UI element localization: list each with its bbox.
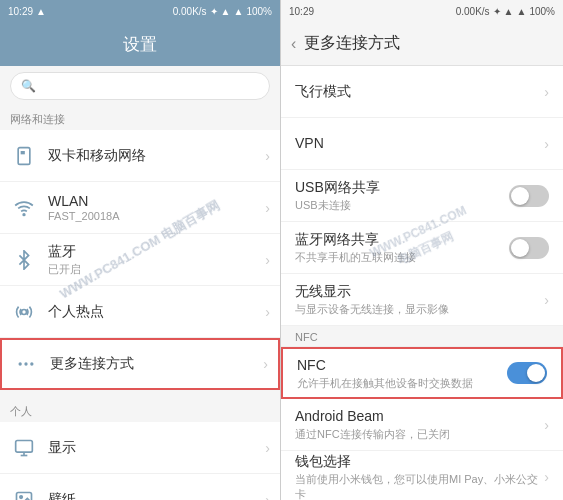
- wlan-subtitle: FAST_20018A: [48, 210, 260, 222]
- display-arrow: ›: [265, 440, 270, 456]
- bluetooth-icon: [10, 246, 38, 274]
- nfc-section-divider: NFC: [281, 326, 563, 347]
- wallet-arrow: ›: [544, 469, 549, 485]
- personal-section-title: 个人: [10, 405, 32, 417]
- wifi-icon: [10, 194, 38, 222]
- left-status-time: 10:29 ▲: [8, 6, 46, 17]
- right-time-display: 10:29: [289, 6, 314, 17]
- setting-dual-sim[interactable]: 双卡和移动网络 ›: [0, 130, 280, 182]
- bt-tethering-knob: [511, 239, 529, 257]
- nfc-content: NFC 允许手机在接触其他设备时交换数据: [297, 356, 507, 390]
- svg-point-5: [24, 362, 27, 365]
- svg-point-3: [22, 309, 27, 314]
- wireless-display-subtitle: 与显示设备无线连接，显示影像: [295, 302, 544, 316]
- time-display: 10:29: [8, 6, 33, 17]
- more-connections-arrow: ›: [263, 356, 268, 372]
- display-icon: [10, 434, 38, 462]
- right-bluetooth-icon: ✦: [493, 6, 501, 17]
- page-title: 设置: [123, 33, 157, 56]
- right-phone-screen: 10:29 0.00K/s ✦ ▲ ▲ 100% ‹ 更多连接方式 飞行模式 ›…: [281, 0, 563, 500]
- right-battery-display: 100%: [529, 6, 555, 17]
- left-nav-bar: 设置: [0, 22, 280, 66]
- right-item-wallet[interactable]: 钱包选择 当前使用小米钱包，您可以使用MI Pay、小米公交卡 ›: [281, 451, 563, 500]
- right-item-vpn[interactable]: VPN ›: [281, 118, 563, 170]
- display-content: 显示: [48, 439, 260, 457]
- dual-sim-title: 双卡和移动网络: [48, 147, 260, 165]
- nfc-subtitle: 允许手机在接触其他设备时交换数据: [297, 376, 507, 390]
- right-settings-list: 飞行模式 › VPN › USB网络共享 USB未连接 蓝牙网络共享: [281, 66, 563, 500]
- setting-wlan[interactable]: WLAN FAST_20018A ›: [0, 182, 280, 234]
- usb-tethering-title: USB网络共享: [295, 178, 509, 196]
- bluetooth-arrow: ›: [265, 252, 270, 268]
- setting-more-connections[interactable]: 更多连接方式 ›: [0, 338, 280, 390]
- airplane-arrow: ›: [544, 84, 549, 100]
- cellular-icon: ▲: [234, 6, 244, 17]
- search-icon: 🔍: [21, 79, 36, 93]
- wlan-title: WLAN: [48, 193, 260, 209]
- right-wifi-icon: ▲: [504, 6, 514, 17]
- wallpaper-content: 壁纸: [48, 491, 260, 501]
- vpn-arrow: ›: [544, 136, 549, 152]
- wallet-title: 钱包选择: [295, 452, 544, 470]
- nfc-section-label: NFC: [295, 331, 318, 343]
- vpn-title: VPN: [295, 134, 544, 152]
- right-item-usb-tethering[interactable]: USB网络共享 USB未连接: [281, 170, 563, 222]
- bluetooth-subtitle: 已开启: [48, 262, 260, 277]
- left-status-icons: 0.00K/s ✦ ▲ ▲ 100%: [173, 6, 272, 17]
- right-status-icons: 0.00K/s ✦ ▲ ▲ 100%: [456, 6, 555, 17]
- back-button[interactable]: ‹: [291, 35, 296, 53]
- dual-sim-arrow: ›: [265, 148, 270, 164]
- right-item-bt-tethering[interactable]: 蓝牙网络共享 不共享手机的互联网连接: [281, 222, 563, 274]
- search-input-wrap[interactable]: 🔍: [10, 72, 270, 100]
- wlan-arrow: ›: [265, 200, 270, 216]
- hotspot-content: 个人热点: [48, 303, 260, 321]
- right-page-title: 更多连接方式: [304, 33, 400, 54]
- right-item-airplane[interactable]: 飞行模式 ›: [281, 66, 563, 118]
- right-item-nfc[interactable]: NFC 允许手机在接触其他设备时交换数据: [281, 347, 563, 399]
- wireless-display-content: 无线显示 与显示设备无线连接，显示影像: [295, 282, 544, 316]
- svg-point-6: [30, 362, 33, 365]
- hotspot-icon: [10, 298, 38, 326]
- bluetooth-content: 蓝牙 已开启: [48, 243, 260, 277]
- bluetooth-icon: ✦: [210, 6, 218, 17]
- svg-rect-0: [18, 147, 30, 164]
- sim-icon: [10, 142, 38, 170]
- bt-tethering-content: 蓝牙网络共享 不共享手机的互联网连接: [295, 230, 509, 264]
- section-divider: [0, 390, 280, 398]
- svg-rect-1: [21, 151, 25, 154]
- setting-hotspot[interactable]: 个人热点 ›: [0, 286, 280, 338]
- more-connections-title: 更多连接方式: [50, 355, 258, 373]
- right-status-bar: 10:29 0.00K/s ✦ ▲ ▲ 100%: [281, 0, 563, 22]
- search-bar[interactable]: 🔍: [0, 66, 280, 106]
- battery-display: 100%: [246, 6, 272, 17]
- settings-list: 双卡和移动网络 › WLAN FAST_20018A › 蓝牙 已开启 ›: [0, 130, 280, 500]
- right-nav-bar: ‹ 更多连接方式: [281, 22, 563, 66]
- wallpaper-arrow: ›: [265, 492, 270, 501]
- setting-bluetooth[interactable]: 蓝牙 已开启 ›: [0, 234, 280, 286]
- more-icon: [12, 350, 40, 378]
- dual-sim-content: 双卡和移动网络: [48, 147, 260, 165]
- right-cellular-icon: ▲: [517, 6, 527, 17]
- section-personal-label: 个人: [0, 398, 280, 422]
- hotspot-title: 个人热点: [48, 303, 260, 321]
- wallpaper-icon: [10, 486, 38, 501]
- svg-point-11: [20, 495, 22, 498]
- svg-point-4: [19, 362, 22, 365]
- bt-tethering-title: 蓝牙网络共享: [295, 230, 509, 248]
- nfc-toggle[interactable]: [507, 362, 547, 384]
- hotspot-arrow: ›: [265, 304, 270, 320]
- setting-wallpaper[interactable]: 壁纸 ›: [0, 474, 280, 500]
- right-item-wireless-display[interactable]: 无线显示 与显示设备无线连接，显示影像 ›: [281, 274, 563, 326]
- setting-display[interactable]: 显示 ›: [0, 422, 280, 474]
- bt-tethering-toggle[interactable]: [509, 237, 549, 259]
- airplane-content: 飞行模式: [295, 82, 544, 100]
- usb-tethering-content: USB网络共享 USB未连接: [295, 178, 509, 212]
- android-beam-arrow: ›: [544, 417, 549, 433]
- usb-tethering-toggle[interactable]: [509, 185, 549, 207]
- android-beam-content: Android Beam 通过NFC连接传输内容，已关闭: [295, 407, 544, 441]
- wlan-content: WLAN FAST_20018A: [48, 193, 260, 222]
- right-item-android-beam[interactable]: Android Beam 通过NFC连接传输内容，已关闭 ›: [281, 399, 563, 451]
- display-title: 显示: [48, 439, 260, 457]
- left-status-bar: 10:29 ▲ 0.00K/s ✦ ▲ ▲ 100%: [0, 0, 280, 22]
- left-phone-screen: 10:29 ▲ 0.00K/s ✦ ▲ ▲ 100% 设置 🔍 网络和连接: [0, 0, 281, 500]
